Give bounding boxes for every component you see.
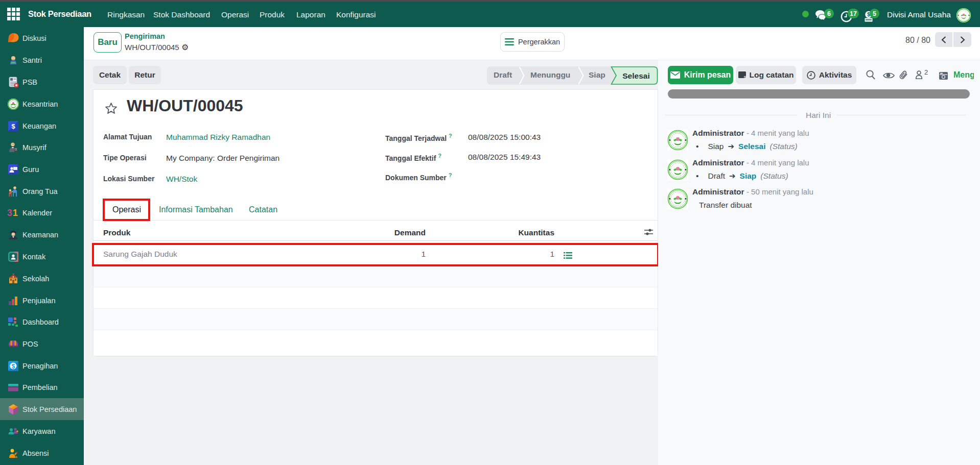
svg-text:Selesai: Selesai — [622, 71, 649, 80]
svg-text:$: $ — [11, 123, 15, 130]
svg-text:1: 1 — [13, 208, 18, 218]
svg-text:3: 3 — [7, 208, 12, 218]
svg-text:$: $ — [12, 362, 15, 370]
